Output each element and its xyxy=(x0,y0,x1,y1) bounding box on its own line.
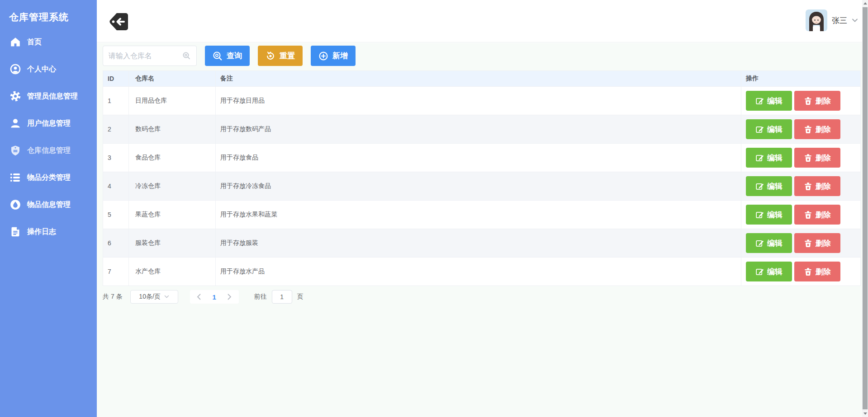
edit-button[interactable]: 编辑 xyxy=(746,148,792,168)
delete-button[interactable]: 删除 xyxy=(794,176,840,196)
col-header-actions: 操作 xyxy=(741,71,860,86)
warehouse-search-box xyxy=(103,46,197,66)
sidebar-item-user-management[interactable]: 用户信息管理 xyxy=(0,110,97,137)
sidebar-item-label: 仓库信息管理 xyxy=(27,146,71,155)
back-button[interactable] xyxy=(109,12,130,31)
scroll-down-button[interactable] xyxy=(862,410,868,417)
plus-circle-icon xyxy=(318,51,328,61)
list-icon xyxy=(9,172,21,183)
prev-page-button[interactable] xyxy=(193,290,205,303)
cell-actions: 编辑 删除 xyxy=(741,144,860,172)
warehouse-remark: 用于存放水产品 xyxy=(220,267,265,276)
delete-button-label: 删除 xyxy=(816,238,831,248)
edit-button[interactable]: 编辑 xyxy=(746,91,792,111)
chevron-left-icon xyxy=(197,294,201,300)
drop-icon xyxy=(9,199,21,211)
table-row: 3 食品仓库 用于存放食品 编辑 删除 xyxy=(103,143,860,172)
delete-button[interactable]: 删除 xyxy=(794,233,840,253)
search-icon xyxy=(182,52,191,60)
edit-button[interactable]: 编辑 xyxy=(746,176,792,196)
warehouse-remark: 用于存放水果和蔬菜 xyxy=(220,211,277,219)
delete-button[interactable]: 删除 xyxy=(794,119,840,139)
sidebar-item-admin-management[interactable]: 管理员信息管理 xyxy=(0,83,97,110)
warehouse-table: ID 仓库名 备注 操作 1 日用品仓库 用于存放日用品 编辑 删除 2 数码仓… xyxy=(103,70,861,286)
sidebar-item-home[interactable]: 首页 xyxy=(0,28,97,56)
toolbar: 查询 重置 新增 xyxy=(103,46,868,66)
cell-warehouse-name: 服装仓库 xyxy=(129,229,216,257)
row-id: 1 xyxy=(108,97,111,104)
row-id: 6 xyxy=(108,239,111,247)
sidebar-item-profile[interactable]: 个人中心 xyxy=(0,56,97,83)
scroll-up-button[interactable] xyxy=(862,0,868,7)
warehouse-remark: 用于存放冷冻食品 xyxy=(220,182,271,190)
delete-button-label: 删除 xyxy=(816,267,831,277)
chevron-down-icon xyxy=(164,295,169,299)
edit-button[interactable]: 编辑 xyxy=(746,262,792,281)
edit-icon xyxy=(755,211,764,219)
page-unit-label: 页 xyxy=(297,293,304,301)
sidebar-item-category-management[interactable]: 物品分类管理 xyxy=(0,164,97,191)
cell-remark: 用于存放数码产品 xyxy=(216,115,741,143)
search-input[interactable] xyxy=(109,52,182,60)
warehouse-remark: 用于存放数码产品 xyxy=(220,125,271,133)
delete-button[interactable]: 删除 xyxy=(794,148,840,168)
delete-button[interactable]: 删除 xyxy=(794,262,840,281)
table-body: 1 日用品仓库 用于存放日用品 编辑 删除 2 数码仓库 用于存放数码产品 编辑 xyxy=(103,86,860,286)
cell-remark: 用于存放水产品 xyxy=(216,258,741,286)
cell-remark: 用于存放服装 xyxy=(216,229,741,257)
cell-actions: 编辑 删除 xyxy=(741,172,860,200)
shield-icon xyxy=(9,145,21,156)
cell-actions: 编辑 删除 xyxy=(741,258,860,286)
page-size-select[interactable]: 10条/页 xyxy=(130,290,178,304)
scrollbar-thumb[interactable] xyxy=(863,7,868,409)
row-id: 2 xyxy=(108,126,111,133)
delete-button[interactable]: 删除 xyxy=(794,205,840,225)
warehouse-name: 水产仓库 xyxy=(135,267,161,276)
query-button-label: 查询 xyxy=(227,51,242,61)
table-header-row: ID 仓库名 备注 操作 xyxy=(103,71,860,86)
vertical-scrollbar[interactable] xyxy=(862,0,868,417)
edit-button[interactable]: 编辑 xyxy=(746,119,792,139)
add-button[interactable]: 新增 xyxy=(311,46,356,66)
query-button[interactable]: 查询 xyxy=(205,46,250,66)
cell-warehouse-name: 果蔬仓库 xyxy=(129,201,216,229)
cell-warehouse-name: 食品仓库 xyxy=(129,144,216,172)
cell-id: 2 xyxy=(103,115,129,143)
pager: 1 xyxy=(190,290,239,304)
sidebar-item-warehouse-management[interactable]: 仓库信息管理 xyxy=(0,137,97,164)
add-button-label: 新增 xyxy=(332,51,348,61)
user-name: 张三 xyxy=(832,15,847,26)
cell-remark: 用于存放冷冻食品 xyxy=(216,172,741,200)
search-icon xyxy=(213,51,223,61)
edit-button[interactable]: 编辑 xyxy=(746,205,792,225)
pagination: 共 7 条 10条/页 1 前往 页 xyxy=(103,290,868,304)
sidebar-item-label: 物品分类管理 xyxy=(27,173,71,183)
user-menu[interactable]: 张三 xyxy=(806,9,858,31)
delete-button[interactable]: 删除 xyxy=(794,91,840,111)
trash-icon xyxy=(804,211,812,219)
trash-icon xyxy=(804,125,812,134)
table-row: 1 日用品仓库 用于存放日用品 编辑 删除 xyxy=(103,86,860,115)
chevron-down-icon xyxy=(852,18,858,23)
table-row: 2 数码仓库 用于存放数码产品 编辑 删除 xyxy=(103,115,860,143)
goto-page-input[interactable] xyxy=(272,290,292,304)
edit-button-label: 编辑 xyxy=(767,181,783,192)
cell-actions: 编辑 删除 xyxy=(741,87,860,115)
reset-button[interactable]: 重置 xyxy=(258,46,303,66)
cell-remark: 用于存放日用品 xyxy=(216,87,741,115)
sidebar-item-item-management[interactable]: 物品信息管理 xyxy=(0,191,97,218)
main-content: 查询 重置 新增 ID 仓库名 备注 操作 1 日用品仓库 用于存放日用品 编辑 xyxy=(97,43,868,417)
next-page-button[interactable] xyxy=(223,290,236,303)
cell-id: 7 xyxy=(103,258,129,286)
current-page[interactable]: 1 xyxy=(208,293,221,301)
cell-id: 1 xyxy=(103,87,129,115)
edit-button[interactable]: 编辑 xyxy=(746,233,792,253)
cell-id: 6 xyxy=(103,229,129,257)
table-row: 4 冷冻仓库 用于存放冷冻食品 编辑 删除 xyxy=(103,172,860,200)
chevron-right-icon xyxy=(228,294,232,300)
sidebar-item-operation-log[interactable]: 操作日志 xyxy=(0,218,97,245)
trash-icon xyxy=(804,97,812,105)
sidebar-item-label: 物品信息管理 xyxy=(27,200,71,210)
edit-icon xyxy=(755,125,764,134)
edit-icon xyxy=(755,239,764,248)
